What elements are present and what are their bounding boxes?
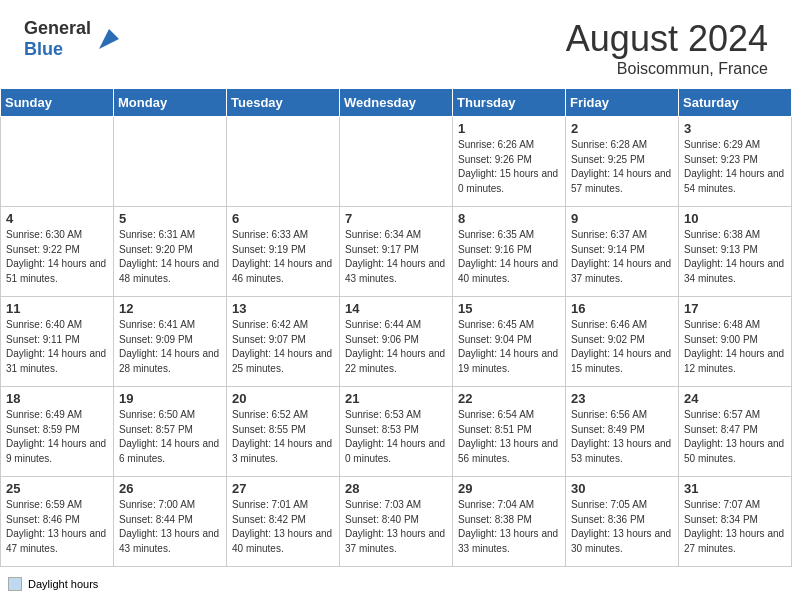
day-number: 12 [119, 301, 221, 316]
day-info: Sunrise: 6:29 AM Sunset: 9:23 PM Dayligh… [684, 138, 786, 196]
day-number: 5 [119, 211, 221, 226]
day-number: 11 [6, 301, 108, 316]
weekday-header-saturday: Saturday [679, 89, 792, 117]
month-year-title: August 2024 [566, 18, 768, 60]
day-info: Sunrise: 6:57 AM Sunset: 8:47 PM Dayligh… [684, 408, 786, 466]
calendar-day-cell: 12Sunrise: 6:41 AM Sunset: 9:09 PM Dayli… [114, 297, 227, 387]
legend-label: Daylight hours [28, 578, 98, 590]
day-number: 19 [119, 391, 221, 406]
calendar-day-cell: 11Sunrise: 6:40 AM Sunset: 9:11 PM Dayli… [1, 297, 114, 387]
calendar-day-cell: 2Sunrise: 6:28 AM Sunset: 9:25 PM Daylig… [566, 117, 679, 207]
day-info: Sunrise: 6:26 AM Sunset: 9:26 PM Dayligh… [458, 138, 560, 196]
calendar-day-cell [340, 117, 453, 207]
calendar-day-cell: 7Sunrise: 6:34 AM Sunset: 9:17 PM Daylig… [340, 207, 453, 297]
calendar-day-cell: 29Sunrise: 7:04 AM Sunset: 8:38 PM Dayli… [453, 477, 566, 567]
calendar-week-row: 25Sunrise: 6:59 AM Sunset: 8:46 PM Dayli… [1, 477, 792, 567]
page-header: General Blue August 2024 Boiscommun, Fra… [0, 0, 792, 88]
day-number: 31 [684, 481, 786, 496]
calendar-day-cell: 31Sunrise: 7:07 AM Sunset: 8:34 PM Dayli… [679, 477, 792, 567]
day-info: Sunrise: 6:41 AM Sunset: 9:09 PM Dayligh… [119, 318, 221, 376]
legend-box [8, 577, 22, 591]
calendar-week-row: 1Sunrise: 6:26 AM Sunset: 9:26 PM Daylig… [1, 117, 792, 207]
svg-marker-0 [99, 29, 119, 49]
calendar-day-cell [1, 117, 114, 207]
weekday-header-tuesday: Tuesday [227, 89, 340, 117]
weekday-header-wednesday: Wednesday [340, 89, 453, 117]
calendar-day-cell: 6Sunrise: 6:33 AM Sunset: 9:19 PM Daylig… [227, 207, 340, 297]
logo-general-text: General [24, 18, 91, 39]
calendar-day-cell: 8Sunrise: 6:35 AM Sunset: 9:16 PM Daylig… [453, 207, 566, 297]
day-info: Sunrise: 6:45 AM Sunset: 9:04 PM Dayligh… [458, 318, 560, 376]
logo-blue-text: Blue [24, 39, 91, 60]
calendar-day-cell: 28Sunrise: 7:03 AM Sunset: 8:40 PM Dayli… [340, 477, 453, 567]
location-title: Boiscommun, France [566, 60, 768, 78]
calendar-day-cell: 25Sunrise: 6:59 AM Sunset: 8:46 PM Dayli… [1, 477, 114, 567]
calendar-day-cell: 23Sunrise: 6:56 AM Sunset: 8:49 PM Dayli… [566, 387, 679, 477]
day-number: 2 [571, 121, 673, 136]
calendar-day-cell: 4Sunrise: 6:30 AM Sunset: 9:22 PM Daylig… [1, 207, 114, 297]
day-info: Sunrise: 6:46 AM Sunset: 9:02 PM Dayligh… [571, 318, 673, 376]
calendar-day-cell: 21Sunrise: 6:53 AM Sunset: 8:53 PM Dayli… [340, 387, 453, 477]
calendar-week-row: 18Sunrise: 6:49 AM Sunset: 8:59 PM Dayli… [1, 387, 792, 477]
calendar-week-row: 4Sunrise: 6:30 AM Sunset: 9:22 PM Daylig… [1, 207, 792, 297]
title-block: August 2024 Boiscommun, France [566, 18, 768, 78]
day-number: 10 [684, 211, 786, 226]
day-number: 13 [232, 301, 334, 316]
day-number: 22 [458, 391, 560, 406]
day-number: 26 [119, 481, 221, 496]
calendar-day-cell [227, 117, 340, 207]
day-number: 17 [684, 301, 786, 316]
calendar-day-cell: 22Sunrise: 6:54 AM Sunset: 8:51 PM Dayli… [453, 387, 566, 477]
day-info: Sunrise: 6:50 AM Sunset: 8:57 PM Dayligh… [119, 408, 221, 466]
calendar-day-cell: 18Sunrise: 6:49 AM Sunset: 8:59 PM Dayli… [1, 387, 114, 477]
day-info: Sunrise: 6:30 AM Sunset: 9:22 PM Dayligh… [6, 228, 108, 286]
day-number: 1 [458, 121, 560, 136]
day-info: Sunrise: 6:31 AM Sunset: 9:20 PM Dayligh… [119, 228, 221, 286]
day-info: Sunrise: 6:35 AM Sunset: 9:16 PM Dayligh… [458, 228, 560, 286]
day-info: Sunrise: 7:00 AM Sunset: 8:44 PM Dayligh… [119, 498, 221, 556]
day-number: 21 [345, 391, 447, 406]
day-info: Sunrise: 6:28 AM Sunset: 9:25 PM Dayligh… [571, 138, 673, 196]
day-info: Sunrise: 6:54 AM Sunset: 8:51 PM Dayligh… [458, 408, 560, 466]
day-number: 16 [571, 301, 673, 316]
day-info: Sunrise: 6:53 AM Sunset: 8:53 PM Dayligh… [345, 408, 447, 466]
day-number: 4 [6, 211, 108, 226]
day-info: Sunrise: 7:01 AM Sunset: 8:42 PM Dayligh… [232, 498, 334, 556]
calendar-day-cell: 3Sunrise: 6:29 AM Sunset: 9:23 PM Daylig… [679, 117, 792, 207]
calendar-week-row: 11Sunrise: 6:40 AM Sunset: 9:11 PM Dayli… [1, 297, 792, 387]
day-info: Sunrise: 6:38 AM Sunset: 9:13 PM Dayligh… [684, 228, 786, 286]
day-number: 27 [232, 481, 334, 496]
day-number: 30 [571, 481, 673, 496]
logo-icon [95, 25, 123, 53]
day-number: 7 [345, 211, 447, 226]
day-number: 14 [345, 301, 447, 316]
calendar-day-cell: 19Sunrise: 6:50 AM Sunset: 8:57 PM Dayli… [114, 387, 227, 477]
calendar-day-cell: 17Sunrise: 6:48 AM Sunset: 9:00 PM Dayli… [679, 297, 792, 387]
day-number: 15 [458, 301, 560, 316]
day-info: Sunrise: 7:03 AM Sunset: 8:40 PM Dayligh… [345, 498, 447, 556]
calendar-day-cell: 15Sunrise: 6:45 AM Sunset: 9:04 PM Dayli… [453, 297, 566, 387]
day-number: 23 [571, 391, 673, 406]
day-number: 8 [458, 211, 560, 226]
calendar-day-cell: 26Sunrise: 7:00 AM Sunset: 8:44 PM Dayli… [114, 477, 227, 567]
day-info: Sunrise: 6:52 AM Sunset: 8:55 PM Dayligh… [232, 408, 334, 466]
calendar-day-cell: 30Sunrise: 7:05 AM Sunset: 8:36 PM Dayli… [566, 477, 679, 567]
day-number: 18 [6, 391, 108, 406]
day-info: Sunrise: 6:34 AM Sunset: 9:17 PM Dayligh… [345, 228, 447, 286]
day-info: Sunrise: 7:07 AM Sunset: 8:34 PM Dayligh… [684, 498, 786, 556]
day-info: Sunrise: 6:49 AM Sunset: 8:59 PM Dayligh… [6, 408, 108, 466]
day-info: Sunrise: 6:59 AM Sunset: 8:46 PM Dayligh… [6, 498, 108, 556]
weekday-header-friday: Friday [566, 89, 679, 117]
day-number: 3 [684, 121, 786, 136]
day-info: Sunrise: 6:42 AM Sunset: 9:07 PM Dayligh… [232, 318, 334, 376]
calendar-day-cell: 14Sunrise: 6:44 AM Sunset: 9:06 PM Dayli… [340, 297, 453, 387]
day-info: Sunrise: 6:37 AM Sunset: 9:14 PM Dayligh… [571, 228, 673, 286]
weekday-header-thursday: Thursday [453, 89, 566, 117]
calendar-day-cell [114, 117, 227, 207]
day-number: 29 [458, 481, 560, 496]
weekday-header-monday: Monday [114, 89, 227, 117]
calendar-day-cell: 24Sunrise: 6:57 AM Sunset: 8:47 PM Dayli… [679, 387, 792, 477]
logo: General Blue [24, 18, 123, 60]
day-number: 20 [232, 391, 334, 406]
day-info: Sunrise: 6:48 AM Sunset: 9:00 PM Dayligh… [684, 318, 786, 376]
